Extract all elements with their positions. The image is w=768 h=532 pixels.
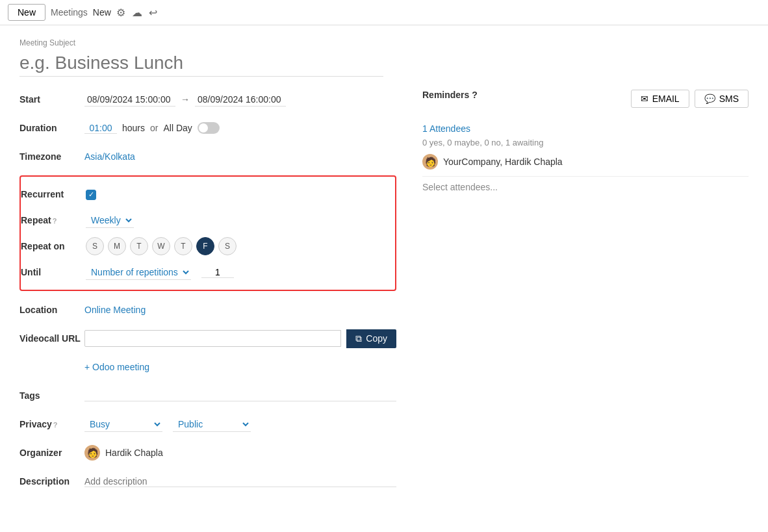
email-label: EMAIL: [652, 94, 680, 104]
videocall-row: Videocall URL ⧉ Copy: [19, 329, 396, 348]
repeat-on-label: Repeat on: [21, 241, 86, 251]
odoo-meeting-link[interactable]: + Odoo meeting: [84, 362, 149, 372]
copy-button[interactable]: ⧉ Copy: [346, 329, 396, 348]
upload-icon[interactable]: ☁: [132, 6, 142, 19]
privacy-help-icon[interactable]: ?: [53, 421, 58, 429]
visibility-select[interactable]: Public: [173, 417, 251, 432]
subject-label: Meeting Subject: [19, 38, 749, 47]
organizer-avatar: 🧑: [84, 445, 100, 461]
end-date-input[interactable]: [195, 93, 286, 107]
tags-input[interactable]: [84, 390, 396, 401]
timezone-row: Timezone Asia/Kolkata: [19, 147, 396, 166]
new-button[interactable]: New: [8, 4, 45, 21]
attendee-avatar: 🧑: [422, 154, 438, 170]
day-buttons-area: S M T W T F S: [86, 237, 387, 255]
sms-label: SMS: [719, 94, 739, 104]
location-link[interactable]: Online Meeting: [84, 305, 146, 315]
organizer-area: 🧑 Hardik Chapla: [84, 445, 396, 461]
start-label: Start: [19, 94, 84, 105]
action-buttons: ✉ EMAIL 💬 SMS: [631, 90, 749, 108]
toggle-knob: [199, 123, 208, 133]
duration-row: Duration hours or All Day: [19, 118, 396, 138]
day-wed[interactable]: W: [152, 237, 170, 255]
day-fri[interactable]: F: [196, 237, 214, 255]
breadcrumb-current: New: [93, 7, 111, 18]
repeat-label: Repeat?: [21, 215, 86, 225]
day-sat[interactable]: S: [218, 237, 237, 255]
day-sun[interactable]: S: [86, 237, 104, 255]
day-thu[interactable]: T: [174, 237, 192, 255]
day-mon[interactable]: M: [108, 237, 126, 255]
topbar-icons: ⚙ ☁ ↩: [116, 6, 157, 19]
right-column: Reminders ? ✉ EMAIL 💬 SMS 1 Attendees 0 …: [422, 90, 749, 500]
select-attendees[interactable]: Select attendees...: [422, 182, 749, 192]
reminders-label: Reminders ?: [422, 90, 478, 100]
email-button[interactable]: ✉ EMAIL: [631, 90, 689, 108]
until-select[interactable]: Number of repetitions: [86, 265, 191, 280]
left-column: Start → Duration hours or All Day: [19, 90, 396, 500]
recurrent-label: Recurrent: [21, 189, 86, 199]
timezone-link[interactable]: Asia/Kolkata: [84, 151, 135, 162]
videocall-area: ⧉ Copy: [84, 329, 396, 348]
timezone-value: Asia/Kolkata: [84, 151, 396, 162]
privacy-area: Busy Public: [84, 417, 396, 432]
privacy-row: Privacy? Busy Public: [19, 414, 396, 434]
start-date-input[interactable]: [84, 93, 175, 107]
email-icon: ✉: [641, 94, 648, 104]
organizer-name: Hardik Chapla: [105, 448, 163, 458]
breadcrumb-app: Meetings: [51, 7, 88, 18]
duration-input[interactable]: [84, 123, 117, 134]
until-count-input[interactable]: [201, 267, 234, 278]
videocall-input[interactable]: [84, 330, 341, 347]
recurrent-checkbox[interactable]: ✓: [86, 190, 96, 200]
duration-value: hours or All Day: [84, 122, 396, 134]
copy-icon: ⧉: [355, 333, 362, 344]
privacy-select[interactable]: Busy: [84, 417, 162, 432]
description-row: Description: [19, 472, 396, 491]
odoo-meeting-area: + Odoo meeting: [84, 362, 396, 372]
recurrent-checkbox-area: ✓: [86, 188, 387, 200]
right-top: Reminders ? ✉ EMAIL 💬 SMS: [422, 90, 749, 117]
sms-button[interactable]: 💬 SMS: [695, 90, 749, 108]
duration-label: Duration: [19, 123, 84, 133]
until-row: Until Number of repetitions: [21, 262, 387, 282]
organizer-row: Organizer 🧑 Hardik Chapla: [19, 443, 396, 462]
description-input[interactable]: [84, 476, 396, 487]
start-value: →: [84, 93, 396, 107]
repeat-value: Weekly: [86, 213, 387, 228]
allday-label: All Day: [163, 123, 192, 133]
tags-label: Tags: [19, 390, 84, 401]
main-content: Meeting Subject Start → Duration hours: [0, 25, 768, 513]
recurrent-section: Recurrent ✓ Repeat? Weekly: [19, 175, 396, 291]
topbar: New Meetings New ⚙ ☁ ↩: [0, 0, 768, 25]
reminders-help-icon[interactable]: ?: [472, 90, 478, 100]
tags-input-area: [84, 390, 396, 401]
repeat-select[interactable]: Weekly: [86, 213, 134, 228]
gear-icon[interactable]: ⚙: [116, 6, 125, 19]
repeat-help-icon[interactable]: ?: [53, 217, 57, 225]
copy-label: Copy: [366, 333, 387, 344]
description-label: Description: [19, 476, 84, 487]
repeat-on-row: Repeat on S M T W T F S: [21, 236, 387, 256]
location-value: Online Meeting: [84, 305, 396, 315]
tags-row: Tags: [19, 386, 396, 405]
attendees-status: 0 yes, 0 maybe, 0 no, 1 awaiting: [422, 138, 749, 147]
two-col-layout: Start → Duration hours or All Day: [19, 90, 749, 500]
recurrent-row: Recurrent ✓: [21, 184, 387, 204]
videocall-label: Videocall URL: [19, 333, 84, 344]
or-text: or: [150, 123, 158, 133]
privacy-label: Privacy?: [19, 419, 84, 429]
attendees-count[interactable]: 1 Attendees: [422, 123, 749, 134]
timezone-label: Timezone: [19, 151, 84, 162]
repeat-row: Repeat? Weekly: [21, 210, 387, 230]
until-value-area: Number of repetitions: [86, 265, 387, 280]
odoo-meeting-row: + Odoo meeting: [19, 357, 396, 377]
day-tue[interactable]: T: [130, 237, 148, 255]
subject-input[interactable]: [19, 50, 383, 77]
organizer-label: Organizer: [19, 448, 84, 458]
undo-icon[interactable]: ↩: [149, 6, 157, 19]
allday-toggle[interactable]: [198, 122, 220, 134]
until-label: Until: [21, 267, 86, 277]
description-area: [84, 476, 396, 487]
location-label: Location: [19, 305, 84, 315]
